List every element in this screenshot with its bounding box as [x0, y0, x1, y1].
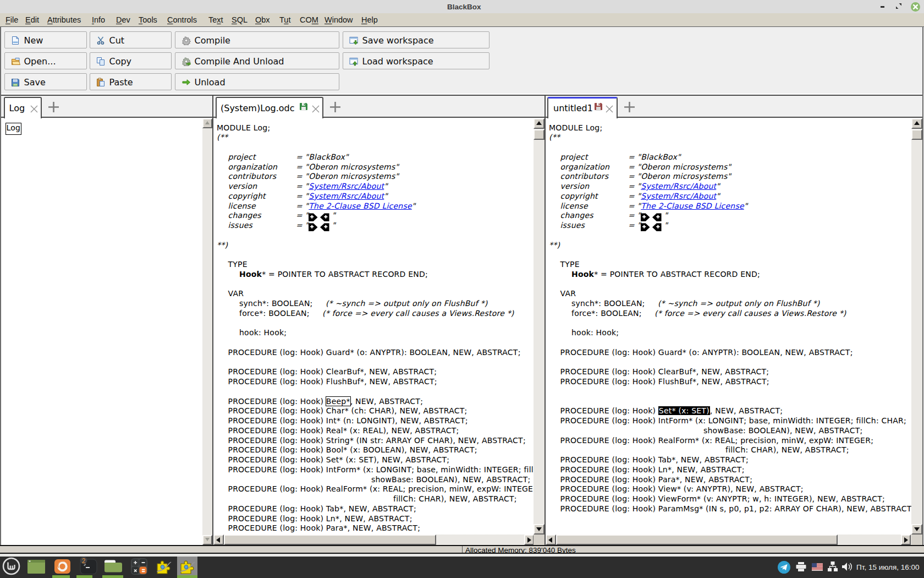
svg-text:2: 2	[82, 557, 86, 565]
